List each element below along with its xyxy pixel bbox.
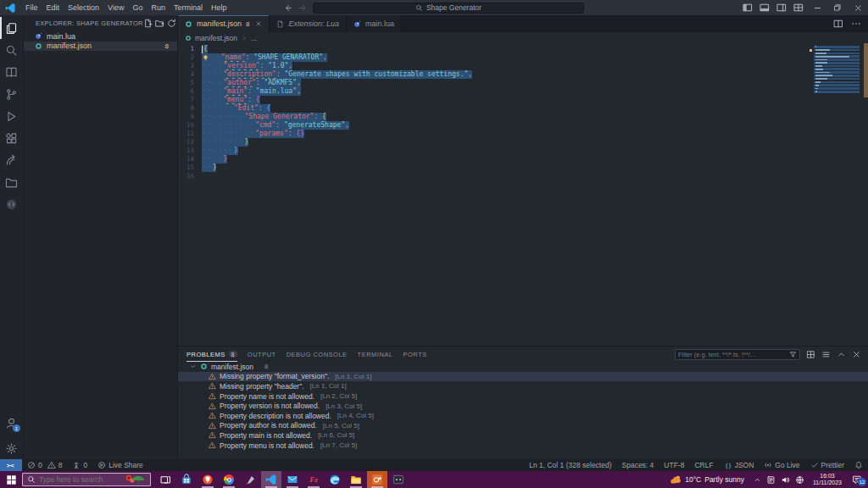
code-line[interactable]: 15··}	[178, 164, 868, 172]
weather-widget[interactable]: 10°C Partly sunny	[665, 474, 749, 485]
tab-extension-lua[interactable]: Extension: Lua	[270, 15, 347, 32]
taskbar-search[interactable]	[22, 473, 151, 486]
breadcrumb-file[interactable]: manifest.json	[195, 34, 237, 42]
taskbar-app-brave[interactable]	[198, 471, 218, 488]
code-line-content[interactable]: ······}	[202, 147, 238, 155]
activity-gear-icon[interactable]	[0, 437, 23, 459]
taskbar-app-mail[interactable]	[282, 471, 303, 488]
taskbar-search-input[interactable]	[39, 475, 120, 484]
status-go-live[interactable]: Go Live	[759, 459, 804, 471]
status-ln-1-col-1-328-selected[interactable]: Ln 1, Col 1 (328 selected)	[524, 459, 616, 471]
code-line[interactable]: 8······"Edit": {	[178, 104, 868, 113]
minimize-button[interactable]	[807, 0, 827, 15]
taskbar-app-edge[interactable]	[325, 471, 345, 488]
layout-panel-icon[interactable]	[756, 0, 773, 15]
activity-files-icon[interactable]	[0, 17, 23, 39]
panel-tab-output[interactable]: OUTPUT	[248, 347, 276, 362]
layout-custom-icon[interactable]	[790, 0, 807, 15]
status-bell[interactable]	[849, 459, 868, 471]
close-panel-icon[interactable]	[852, 350, 861, 359]
activity-search-icon[interactable]	[0, 39, 23, 61]
tray-app-icon[interactable]	[766, 475, 776, 485]
activity-source-control-icon[interactable]	[0, 83, 23, 105]
code-line[interactable]: 12········}	[178, 138, 868, 147]
code-line-content[interactable]: ··"name": "SHAPE GENARATOR",	[202, 53, 327, 62]
code-line[interactable]: 5····"author": "ADKMFS",	[178, 79, 868, 87]
remote-indicator[interactable]: ><	[0, 459, 22, 471]
tab-manifest-json[interactable]: manifest.json8	[178, 15, 270, 32]
network-icon[interactable]	[795, 475, 804, 485]
problem-row[interactable]: Missing property "header".[Ln 1, Col 1]	[178, 381, 868, 391]
taskbar-app-file-explorer[interactable]	[346, 471, 366, 488]
problem-row[interactable]: Property main is not allowed.[Ln 6, Col …	[178, 430, 868, 441]
close-tab-icon[interactable]	[255, 20, 262, 27]
status-prettier[interactable]: Prettier	[805, 459, 849, 471]
taskbar-app-app-window[interactable]	[388, 471, 409, 488]
taskbar-app-task-view[interactable]	[155, 471, 175, 488]
status-crlf[interactable]: CRLF	[689, 459, 718, 471]
more-icon[interactable]	[851, 19, 861, 29]
restore-button[interactable]	[827, 0, 848, 15]
taskbar-app-pen-app[interactable]	[240, 471, 260, 488]
activity-account-icon[interactable]: 1	[0, 412, 23, 434]
activity-share-icon[interactable]	[0, 149, 23, 171]
menu-help[interactable]: Help	[207, 3, 231, 12]
activity-book-icon[interactable]	[0, 61, 23, 83]
problems-summary[interactable]: 08	[22, 459, 67, 471]
activity-folder-icon[interactable]	[0, 171, 23, 193]
code-editor[interactable]: 1{2··"name": "SHAPE GENARATOR",3····"ver…	[178, 43, 868, 346]
problem-row[interactable]: Property description is not allowed.[Ln …	[178, 411, 868, 421]
code-line[interactable]: 4····"description": "Generate shapes wit…	[178, 70, 868, 79]
code-line[interactable]: 1{	[178, 45, 868, 53]
code-line-content[interactable]: ··········"params": {}	[202, 130, 304, 138]
problems-filter-input[interactable]	[678, 351, 787, 358]
code-line-content[interactable]: ········}	[202, 138, 248, 147]
menu-edit[interactable]: Edit	[42, 3, 64, 12]
problems-filter[interactable]	[675, 349, 800, 360]
activity-debug-icon[interactable]	[0, 105, 23, 127]
table-view-icon[interactable]	[806, 350, 815, 359]
breadcrumb-more[interactable]: ...	[251, 34, 257, 42]
lightbulb-icon[interactable]	[202, 54, 209, 62]
status-utf-8[interactable]: UTF-8	[659, 459, 689, 471]
panel-tab-debug-console[interactable]: DEBUG CONSOLE	[287, 347, 348, 362]
file-main-lua[interactable]: main.lua	[24, 31, 177, 42]
code-line-content[interactable]: ··}	[202, 164, 216, 172]
panel-tab-terminal[interactable]: TERMINAL	[358, 347, 393, 362]
taskbar-app-social-app[interactable]	[367, 471, 387, 488]
code-line[interactable]: 6····"main": "main.lua",	[178, 87, 868, 96]
activity-chat-icon[interactable]	[0, 193, 23, 215]
ports-status[interactable]: 0	[67, 459, 92, 471]
problem-row[interactable]: Property author is not allowed.[Ln 5, Co…	[178, 421, 868, 431]
code-line-content[interactable]: ··········"cmd": "generateShape",	[202, 121, 349, 130]
problem-row[interactable]: Property name is not allowed.[Ln 2, Col …	[178, 391, 868, 402]
code-line-content[interactable]: ····"version": "1.0",	[202, 62, 292, 70]
menu-run[interactable]: Run	[147, 3, 170, 12]
split-editor-icon[interactable]	[833, 19, 843, 29]
menu-view[interactable]: View	[103, 3, 128, 12]
taskbar-app-vscode[interactable]	[261, 471, 281, 488]
panel-tab-ports[interactable]: PORTS	[403, 347, 427, 362]
layout-sidebar-right-icon[interactable]	[773, 0, 790, 15]
status-json[interactable]: {}JSON	[719, 459, 760, 471]
code-line[interactable]: 11··········"params": {}	[178, 130, 868, 138]
status-spaces-4[interactable]: Spaces: 4	[617, 459, 659, 471]
problem-row[interactable]: Property version is not allowed.[Ln 3, C…	[178, 401, 868, 411]
maximize-panel-icon[interactable]	[837, 350, 846, 359]
new-folder-icon[interactable]	[155, 19, 164, 28]
layout-sidebar-icon[interactable]	[739, 0, 756, 15]
code-line[interactable]: 16	[178, 172, 868, 180]
code-line-content[interactable]: ········"Shape Generator": {	[202, 113, 326, 121]
taskbar-app-store[interactable]	[176, 471, 197, 488]
command-center-search[interactable]: Shape Generator	[313, 3, 584, 14]
live-share-status[interactable]: Live Share	[92, 459, 148, 471]
code-line[interactable]: 7····"menu": {	[178, 96, 868, 104]
code-line[interactable]: 9········"Shape Generator": {	[178, 113, 868, 121]
start-button[interactable]	[0, 471, 22, 488]
list-view-icon[interactable]	[821, 350, 831, 359]
breadcrumb[interactable]: manifest.json ...	[178, 32, 868, 43]
new-file-icon[interactable]	[143, 19, 153, 28]
chevron-up-icon[interactable]	[754, 476, 761, 484]
code-line-content[interactable]: ····"main": "main.lua",	[202, 87, 301, 96]
problem-row[interactable]: Missing property "format_version".[Ln 1,…	[178, 372, 868, 382]
